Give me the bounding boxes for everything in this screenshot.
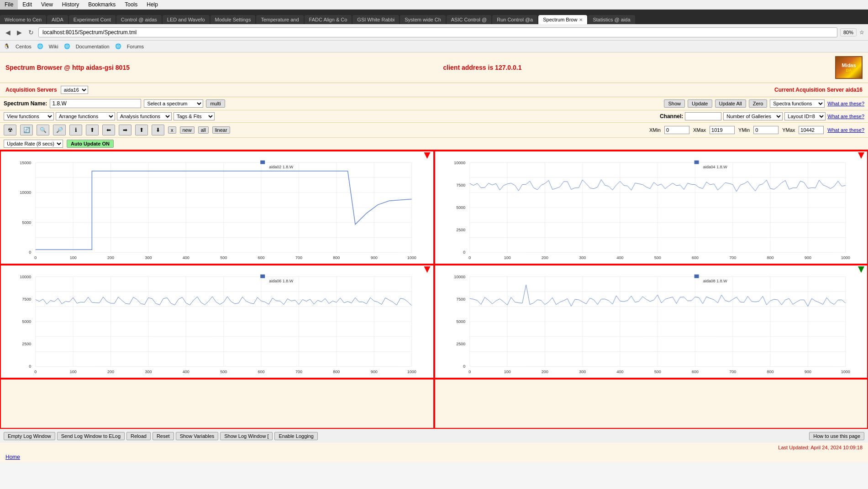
- menu-edit[interactable]: Edit: [18, 0, 37, 9]
- what-these-3[interactable]: What are these?: [827, 127, 864, 133]
- chart-cell-3: [0, 265, 434, 379]
- menubar: File Edit View History Bookmarks Tools H…: [0, 0, 868, 10]
- what-these-2[interactable]: What are these?: [827, 114, 864, 119]
- chart-canvas-3[interactable]: [1, 265, 433, 378]
- tab-welcome[interactable]: Welcome to Cen: [0, 15, 46, 24]
- tab-gsi[interactable]: GSI White Rabbi: [352, 15, 399, 24]
- select-spectrum-dropdown[interactable]: Select a spectrum: [144, 99, 203, 108]
- reload-page-button[interactable]: Reload: [126, 432, 151, 440]
- view-functions-select[interactable]: View functions: [4, 112, 54, 120]
- tab-experiment[interactable]: Experiment Cont: [69, 15, 116, 24]
- menu-file[interactable]: File: [0, 0, 18, 9]
- what-these-1[interactable]: What are these?: [827, 101, 864, 106]
- zoom-out-icon-btn[interactable]: 🔎: [53, 125, 66, 135]
- tab-control[interactable]: Control @ aidas: [116, 15, 162, 24]
- update-button[interactable]: Update: [688, 99, 712, 108]
- chart-canvas-2[interactable]: [435, 151, 868, 264]
- bookmark-docs[interactable]: Documentation: [76, 44, 110, 49]
- linear-button[interactable]: linear: [212, 126, 230, 134]
- chart-canvas-1[interactable]: [1, 151, 433, 264]
- bookmark-forums[interactable]: Forums: [127, 44, 144, 49]
- x-button[interactable]: x: [168, 126, 176, 134]
- reload-button[interactable]: ↻: [26, 28, 36, 37]
- tab-asic[interactable]: ASIC Control @: [447, 15, 491, 24]
- up-arrow-btn[interactable]: ⬆: [135, 125, 148, 135]
- zoom-in-icon-btn[interactable]: 🔍: [37, 125, 49, 135]
- zoom-button[interactable]: 80%: [840, 28, 857, 36]
- menu-tools[interactable]: Tools: [120, 0, 142, 9]
- address-bar[interactable]: [38, 27, 837, 37]
- chart-cell-4: [434, 265, 868, 379]
- layout-id-select[interactable]: Layout ID=8: [784, 112, 826, 120]
- how-to-button[interactable]: How to use this page: [809, 432, 864, 440]
- empty-log-button[interactable]: Empty Log Window: [4, 432, 55, 440]
- send-log-button[interactable]: Send Log Window to ELog: [57, 432, 125, 440]
- update-all-button[interactable]: Update All: [715, 99, 746, 108]
- tags-fits-select[interactable]: Tags & Fits: [174, 112, 215, 120]
- forward-button[interactable]: ▶: [15, 28, 24, 37]
- ymax-input[interactable]: [799, 126, 824, 134]
- multi-button[interactable]: multi: [206, 99, 225, 108]
- browser-tabs: Welcome to Cen AIDA Experiment Cont Cont…: [0, 10, 868, 24]
- show-variables-button[interactable]: Show Variables: [176, 432, 219, 440]
- tab-run[interactable]: Run Control @a: [492, 15, 537, 24]
- bookmark-wiki[interactable]: Wiki: [49, 44, 58, 49]
- back-button[interactable]: ◀: [4, 28, 12, 37]
- docs-icon: 🌐: [64, 43, 70, 49]
- channel-input[interactable]: [685, 112, 721, 120]
- ymin-input[interactable]: [753, 126, 779, 134]
- tab-led[interactable]: LED and Wavefo: [163, 15, 210, 24]
- spectra-functions-select[interactable]: Spectra functions: [770, 99, 825, 108]
- menu-history[interactable]: History: [58, 0, 84, 9]
- xmin-input[interactable]: [664, 126, 689, 134]
- menu-bookmarks[interactable]: Bookmarks: [84, 0, 120, 9]
- star-icon[interactable]: ☆: [859, 29, 864, 36]
- zero-button[interactable]: Zero: [749, 99, 768, 108]
- auto-update-button[interactable]: Auto Update ON: [67, 140, 114, 148]
- radiation-icon-btn[interactable]: ☢: [4, 125, 16, 135]
- chart-cell-2: [434, 151, 868, 265]
- enable-logging-button[interactable]: Enable Logging: [274, 432, 317, 440]
- arrange-functions-select[interactable]: Arrange functions: [56, 112, 115, 120]
- tab-spectrum[interactable]: Spectrum Brow ✕: [538, 15, 587, 24]
- tab-temperature[interactable]: Temperature and: [256, 15, 303, 24]
- down-arrow-btn[interactable]: ⬇: [152, 125, 164, 135]
- chart-cell-1: [0, 151, 434, 265]
- home-link[interactable]: Home: [0, 452, 868, 462]
- number-galleries-select[interactable]: Number of Galleries: [723, 112, 783, 120]
- acq-left: Acquisition Servers aida16: [5, 86, 88, 94]
- tab-fadc[interactable]: FADC Align & Co: [305, 15, 352, 24]
- acq-server-select[interactable]: aida16: [61, 86, 88, 94]
- menu-view[interactable]: View: [37, 0, 58, 9]
- charts-container: [0, 150, 868, 429]
- spectrum-name-label: Spectrum Name:: [4, 100, 47, 107]
- tab-close-icon[interactable]: ✕: [579, 17, 583, 22]
- spectrum-name-input[interactable]: [50, 99, 141, 108]
- menu-help[interactable]: Help: [142, 0, 163, 9]
- show-button[interactable]: Show: [664, 99, 685, 108]
- refresh-icon-btn[interactable]: 🔄: [20, 125, 33, 135]
- tab-statistics[interactable]: Statistics @ aida: [588, 15, 635, 24]
- show-log-button[interactable]: Show Log Window [: [220, 432, 273, 440]
- xmax-label: XMax: [693, 127, 706, 133]
- new-button[interactable]: new: [180, 126, 195, 134]
- forums-icon: 🌐: [115, 43, 121, 49]
- reset-button[interactable]: Reset: [153, 432, 174, 440]
- controls-row3: ☢ 🔄 🔍 🔎 ℹ ⬆ ⬅ ➡ ⬆ ⬇ x new all linear XMi…: [0, 123, 868, 138]
- ymin-label: YMin: [738, 127, 750, 133]
- chart-canvas-4[interactable]: [435, 265, 868, 378]
- tab-module[interactable]: Module Settings: [210, 15, 256, 24]
- update-rate-select[interactable]: Update Rate (8 secs): [4, 140, 63, 148]
- xmax-input[interactable]: [710, 126, 735, 134]
- info-icon-btn[interactable]: ℹ: [69, 125, 82, 135]
- left-arrow-btn[interactable]: ⬅: [102, 125, 115, 135]
- tab-aida[interactable]: AIDA: [47, 15, 68, 24]
- settings-icon-btn[interactable]: ⬆: [86, 125, 99, 135]
- bookmark-centos[interactable]: Centos: [16, 44, 32, 49]
- analysis-functions-select[interactable]: Analysis functions: [117, 112, 172, 120]
- ymax-label: YMax: [782, 127, 795, 133]
- all-button[interactable]: all: [198, 126, 209, 134]
- right-arrow-btn[interactable]: ➡: [119, 125, 132, 135]
- chart-cell-5: [0, 379, 434, 429]
- tab-system[interactable]: System wide Ch: [400, 15, 445, 24]
